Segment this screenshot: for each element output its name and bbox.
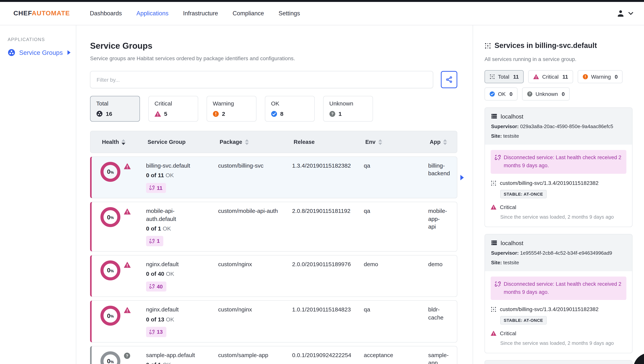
table-header: Health Service Group Package Release E (90, 131, 457, 153)
table-row[interactable]: 0% ? sample-app.default 0 of 1 OK 1 (90, 346, 457, 364)
column-header-service-group[interactable]: Service Group (148, 139, 220, 145)
chef-automate-logo[interactable]: CHEFAUTOMATE (14, 10, 70, 17)
warning-icon (213, 111, 219, 117)
selected-row-caret-icon (460, 175, 464, 180)
svg-text:?: ? (126, 353, 128, 358)
table-row[interactable]: 0% mobile-api-auth.default 0 of 1 OK 1 (90, 202, 457, 252)
package-cell: custom/mobile-api-auth (218, 207, 286, 246)
env-cell: qa (364, 306, 428, 337)
status-filter-cards: Total 16 Critical 5 (90, 96, 457, 122)
service-package: custom/billing-svc/1.3.4/20190115182382 (491, 180, 626, 186)
services-dots-icon (491, 307, 496, 312)
filter-card-ok[interactable]: OK 8 (265, 96, 315, 122)
disconnected-count-badge[interactable]: 1 (146, 236, 163, 246)
nav-compliance[interactable]: Compliance (233, 10, 264, 17)
sidebar-item-service-groups[interactable]: Service Groups (8, 49, 76, 56)
nav-infrastructure[interactable]: Infrastructure (183, 10, 218, 17)
sidebar: APPLICATIONS Service Groups (0, 25, 76, 364)
main-nav: Dashboards Applications Infrastructure C… (90, 10, 300, 17)
user-icon (616, 9, 625, 18)
ok-count: 0 of 13 (146, 316, 164, 322)
share-button[interactable] (441, 71, 457, 88)
service-card-body: Disconnected service: Last health check … (485, 271, 632, 353)
disconnected-count-badge[interactable]: 11 (146, 183, 166, 193)
disconnected-alert: Disconnected service: Last health check … (491, 276, 626, 300)
broken-link-icon (150, 185, 154, 190)
release-cell: 2.0.0/20190115189976 (292, 260, 364, 292)
filter-card-count: 16 (106, 111, 112, 117)
service-card-header: localhost Supervisor: 1e95554f-2cb8-4c52… (485, 234, 632, 271)
table-row[interactable]: 0% billing-svc.default 0 of 11 OK 11 (90, 157, 457, 198)
sort-icon[interactable] (443, 139, 447, 145)
detail-filter-critical[interactable]: Critical11 (528, 70, 573, 83)
service-status: Critical (491, 330, 626, 336)
sort-icon[interactable] (378, 139, 382, 145)
sort-icon[interactable] (122, 139, 126, 145)
app-cell: mobile-app-api (428, 207, 452, 246)
column-header-health[interactable]: Health (102, 139, 148, 145)
disconnected-count-badge[interactable]: 13 (146, 327, 166, 337)
column-header-app[interactable]: App (430, 139, 450, 145)
unknown-icon: ? (124, 352, 130, 359)
sort-icon[interactable] (245, 139, 249, 145)
nav-dashboards[interactable]: Dashboards (90, 10, 122, 17)
env-cell: acceptance (364, 351, 428, 364)
filter-card-label: Critical (154, 100, 198, 107)
ok-icon (490, 91, 495, 97)
table-row[interactable]: 0% nginx.default 0 of 40 OK 40 (90, 255, 457, 297)
logo-automate-text: AUTOMATE (32, 10, 70, 17)
user-menu[interactable] (616, 9, 633, 18)
filter-card-label: Warning (213, 100, 256, 107)
broken-link-icon (150, 284, 154, 289)
warning-icon (583, 74, 588, 79)
detail-filter-total[interactable]: Total11 (484, 70, 524, 83)
filter-input[interactable] (90, 71, 433, 88)
service-card: localhost Supervisor: 2fb65869-de1b-4341… (484, 360, 632, 364)
detail-filter-unknown[interactable]: ? Unknown0 (522, 88, 570, 101)
env-cell: qa (364, 162, 428, 193)
channel-badge: STABLE: AT-ONCE (500, 316, 546, 325)
filter-card-total[interactable]: Total 16 (90, 96, 140, 122)
release-cell: 2.0.8/20190115181192 (292, 207, 364, 246)
critical-icon (124, 307, 131, 313)
package-cell: custom/billing-svc (218, 162, 286, 193)
service-groups-main: Service Groups Service groups are Habita… (76, 25, 473, 364)
release-cell: 1.0.1/20190115184823 (292, 306, 364, 337)
column-header-env[interactable]: Env (365, 139, 430, 145)
filter-card-unknown[interactable]: Unknown ? 1 (323, 96, 373, 122)
service-group-name: nginx.default (146, 306, 204, 314)
critical-icon (534, 74, 539, 79)
since-loaded-text: Since the service was loaded, 2 months 9… (500, 340, 626, 346)
sidebar-caret-icon (68, 50, 70, 55)
nav-settings[interactable]: Settings (278, 10, 300, 17)
disconnected-count-badge[interactable]: 40 (146, 281, 166, 292)
unknown-icon: ? (527, 91, 532, 97)
filter-card-warning[interactable]: Warning 2 (206, 96, 256, 122)
filter-card-critical[interactable]: Critical 5 (148, 96, 198, 122)
broken-link-icon (495, 281, 501, 296)
critical-icon (491, 331, 496, 336)
detail-subtitle: All services running in a service group. (484, 56, 632, 62)
health-donut: 0% (100, 306, 120, 326)
service-card: localhost Supervisor: 1e95554f-2cb8-4c52… (484, 234, 632, 353)
app-body: APPLICATIONS Service Groups Service Grou… (0, 25, 644, 364)
filter-card-count: 2 (222, 111, 225, 117)
detail-filter-ok[interactable]: OK0 (484, 88, 518, 101)
logo-chef-text: CHEF (14, 10, 32, 17)
filter-card-count: 5 (164, 111, 167, 117)
service-groups-table: Health Service Group Package Release E (90, 131, 457, 364)
services-detail-panel: Services in billing-svc.default All serv… (473, 25, 644, 364)
supervisor-line: Supervisor: 029a3a8a-20ac-4590-850e-9a4a… (491, 124, 626, 129)
service-group-name: sample-app.default (146, 351, 204, 359)
table-row[interactable]: 0% nginx.default 0 of 13 OK 13 (90, 300, 457, 342)
chevron-down-icon (628, 12, 633, 15)
supervisor-line: Supervisor: 1e95554f-2cb8-4c52-b34f-e946… (491, 250, 626, 256)
app-cell: billing-backend (428, 162, 455, 193)
column-header-release[interactable]: Release (294, 139, 365, 145)
column-header-package[interactable]: Package (220, 139, 294, 145)
sidebar-heading: APPLICATIONS (8, 37, 76, 42)
ok-count: 0 of 1 (146, 225, 161, 232)
nav-applications[interactable]: Applications (136, 10, 168, 17)
ok-count: 0 of 11 (146, 172, 164, 179)
detail-filter-warning[interactable]: Warning0 (578, 70, 623, 83)
